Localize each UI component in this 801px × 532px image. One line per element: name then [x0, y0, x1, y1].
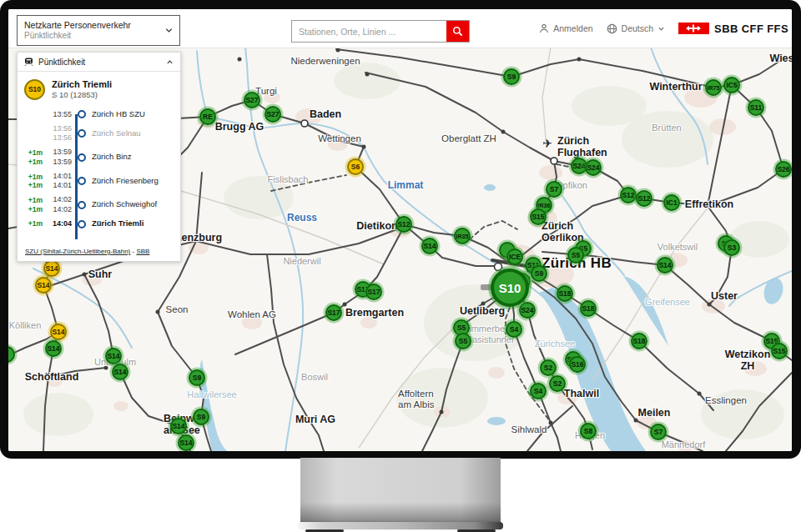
- line-marker-s14[interactable]: S14: [421, 238, 438, 254]
- line-marker-s24[interactable]: S24: [519, 302, 536, 319]
- line-marker-s11[interactable]: S11: [748, 99, 764, 116]
- line-marker-s3[interactable]: S3: [723, 239, 740, 256]
- line-marker-s9[interactable]: S9: [531, 265, 547, 282]
- top-bar: Netzkarte Personenverkehr Pünktlichkeit …: [8, 9, 792, 48]
- line-marker-s9[interactable]: S9: [189, 369, 205, 386]
- line-marker-s14[interactable]: S14: [45, 340, 62, 357]
- login-button[interactable]: Anmelden: [539, 23, 592, 33]
- stop-time: 13:55: [46, 110, 72, 119]
- line-marker-s14[interactable]: S14: [170, 418, 187, 434]
- line-marker-s5[interactable]: S5: [455, 333, 471, 349]
- panel-header[interactable]: Pünktlichkeit: [18, 53, 180, 72]
- stop-dot-icon: [78, 110, 86, 118]
- sbb-logo[interactable]: SBB CFF FFS: [678, 23, 788, 35]
- operator-link[interactable]: SZU (Sihltal-Zürich-Uetliberg-Bahn): [25, 248, 130, 255]
- screen: NiederweningenTurgiBadenBrugg AGWettinge…: [8, 9, 792, 451]
- line-marker-s14[interactable]: S14: [178, 434, 194, 451]
- stop-row: +1m +1m14:01 14:01Zürich Friesenberg: [24, 169, 175, 193]
- line-marker-s10[interactable]: S10: [491, 269, 529, 307]
- line-marker-s8[interactable]: S8: [580, 423, 597, 439]
- sbb-link[interactable]: SBB: [136, 248, 149, 255]
- line-marker-ice[interactable]: ICE: [506, 248, 523, 265]
- stop-node: [75, 201, 88, 209]
- stop-node: [75, 177, 88, 185]
- line-marker-s9[interactable]: S9: [193, 409, 209, 425]
- line-marker-s15[interactable]: S15: [771, 343, 788, 359]
- line-marker-s5[interactable]: S5: [567, 247, 584, 263]
- sbb-logo-text: SBB CFF FFS: [714, 23, 788, 35]
- stop-row: +1m14:04Zürich Triemli: [24, 217, 175, 231]
- line-marker-s26[interactable]: S26: [775, 161, 792, 178]
- panel-footer: SZU (Sihltal-Zürich-Uetliberg-Bahn) - SB…: [25, 248, 149, 255]
- line-marker-s17[interactable]: S17: [325, 304, 342, 321]
- line-marker-s2[interactable]: S2: [549, 375, 566, 392]
- search-button[interactable]: [446, 21, 469, 42]
- line-marker-s14[interactable]: S14: [105, 348, 122, 364]
- globe-icon: [607, 23, 617, 34]
- line-marker-ic5[interactable]: IC5: [723, 77, 740, 93]
- line-marker-s4[interactable]: S4: [530, 383, 547, 399]
- line-marker-s18[interactable]: S18: [631, 333, 647, 349]
- punctuality-panel: Pünktlichkeit S10 Zürich Triemli S 10 (1…: [17, 52, 181, 262]
- line-marker-s14[interactable]: S14: [112, 364, 128, 380]
- panel-title: Pünktlichkeit: [38, 58, 161, 67]
- line-marker-ir75[interactable]: IR75: [705, 79, 722, 96]
- line-marker-s15[interactable]: S15: [530, 208, 547, 225]
- line-marker-s2[interactable]: S2: [540, 359, 557, 376]
- stop-node: [75, 153, 88, 162]
- line-marker-s7[interactable]: S7: [546, 181, 562, 198]
- chevron-down-icon: [657, 25, 665, 33]
- line-marker-s16[interactable]: S16: [569, 356, 586, 373]
- stop-dot-icon: [78, 220, 86, 228]
- line-marker-s14[interactable]: S14: [657, 257, 673, 274]
- stop-name: Zürich Selnau: [92, 129, 175, 138]
- search-icon: [452, 26, 463, 37]
- line-marker-s7[interactable]: S7: [650, 424, 667, 440]
- line-summary: S10 Zürich Triemli S 10 (12853): [18, 72, 180, 104]
- stop-delay: +1m +1m: [24, 173, 43, 190]
- stop-name: Zürich Friesenberg: [92, 177, 175, 185]
- stop-dot-icon: [78, 201, 86, 209]
- line-marker-re[interactable]: RE: [199, 108, 216, 125]
- monitor-stand-base: [298, 522, 503, 529]
- line-marker-ir35[interactable]: IR35: [454, 228, 471, 244]
- layer-dropdown[interactable]: Netzkarte Personenverkehr Pünktlichkeit: [17, 15, 180, 46]
- line-marker-s17[interactable]: S17: [365, 284, 382, 300]
- line-marker-s14[interactable]: S14: [43, 260, 60, 277]
- line-marker-s18[interactable]: S18: [557, 285, 573, 302]
- search-input[interactable]: [292, 21, 446, 42]
- stop-row: +1m +1m14:02 14:02Zürich Schweighof: [24, 193, 175, 217]
- stop-name: Zürich Binz: [92, 153, 175, 161]
- language-selector[interactable]: Deutsch: [607, 23, 666, 34]
- line-marker-s12[interactable]: S12: [636, 190, 652, 207]
- line-marker-s12[interactable]: S12: [395, 216, 412, 233]
- line-marker-s12[interactable]: S12: [620, 187, 637, 203]
- stop-node: [75, 220, 88, 228]
- line-marker-s14[interactable]: S14: [50, 324, 67, 340]
- line-marker-ic1[interactable]: IC1: [663, 194, 680, 211]
- line-marker-s9[interactable]: S9: [503, 68, 520, 85]
- line-marker-s27[interactable]: S27: [264, 106, 281, 123]
- line-marker-s6[interactable]: S6: [347, 158, 364, 175]
- stop-node: [75, 110, 88, 118]
- stop-dot-icon: [78, 177, 86, 185]
- stop-time: 13:56 13:56: [46, 124, 72, 143]
- sbb-flag-icon: [678, 23, 709, 34]
- layer-dropdown-text: Netzkarte Personenverkehr Pünktlichkeit: [24, 20, 165, 42]
- stop-time: 14:02 14:02: [46, 195, 72, 214]
- chevron-up-icon: [166, 58, 174, 66]
- login-label: Anmelden: [553, 23, 592, 33]
- stop-time: 14:04: [46, 219, 72, 228]
- stop-name: Zürich Schweighof: [92, 200, 175, 208]
- layer-dropdown-title: Netzkarte Personenverkehr: [24, 20, 165, 31]
- monitor-stand-neck: [300, 458, 501, 523]
- line-marker-s24[interactable]: S24: [585, 159, 602, 176]
- line-marker-s27[interactable]: S27: [244, 92, 260, 108]
- line-marker-s4[interactable]: S4: [506, 321, 522, 338]
- layer-dropdown-subtitle: Pünktlichkeit: [24, 31, 165, 42]
- user-icon: [539, 23, 549, 33]
- line-number: S 10 (12853): [52, 90, 112, 100]
- line-marker-s14[interactable]: S14: [35, 277, 52, 294]
- line-marker-s18[interactable]: S18: [580, 300, 597, 317]
- stop-time: 14:01 14:01: [46, 172, 72, 191]
